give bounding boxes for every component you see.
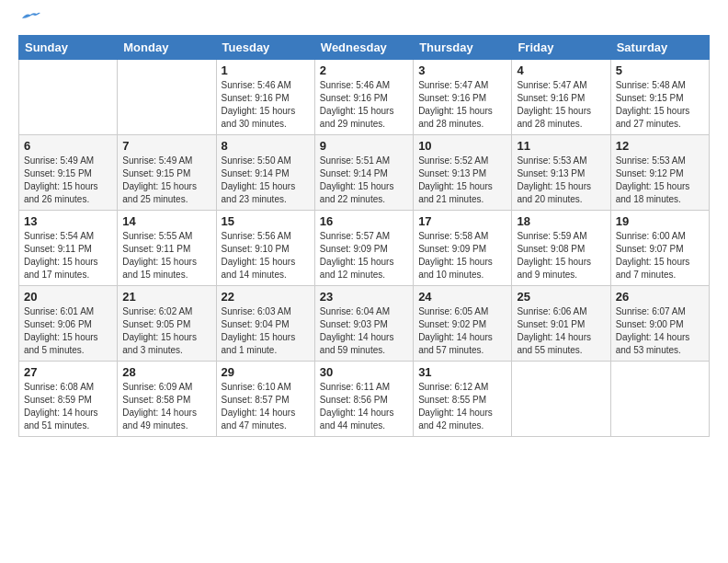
cell-info: Sunrise: 6:02 AM Sunset: 9:05 PM Dayligh… — [122, 305, 210, 357]
cell-info: Sunrise: 5:47 AM Sunset: 9:16 PM Dayligh… — [517, 79, 605, 131]
calendar-week-row: 1Sunrise: 5:46 AM Sunset: 9:16 PM Daylig… — [19, 60, 710, 135]
calendar-cell: 16Sunrise: 5:57 AM Sunset: 9:09 PM Dayli… — [314, 211, 413, 286]
calendar-cell: 31Sunrise: 6:12 AM Sunset: 8:55 PM Dayli… — [414, 362, 512, 437]
calendar-cell: 5Sunrise: 5:48 AM Sunset: 9:15 PM Daylig… — [610, 60, 709, 135]
day-number: 22 — [222, 290, 310, 304]
calendar-cell: 21Sunrise: 6:02 AM Sunset: 9:05 PM Dayli… — [118, 286, 216, 362]
day-number: 2 — [320, 63, 408, 77]
cell-info: Sunrise: 5:47 AM Sunset: 9:16 PM Dayligh… — [418, 79, 506, 131]
day-number: 30 — [320, 365, 408, 379]
cell-info: Sunrise: 6:01 AM Sunset: 9:06 PM Dayligh… — [24, 305, 112, 357]
dow-header: Sunday — [19, 36, 118, 60]
cell-info: Sunrise: 5:57 AM Sunset: 9:09 PM Dayligh… — [320, 230, 408, 282]
dow-header: Thursday — [414, 36, 512, 60]
cell-info: Sunrise: 6:09 AM Sunset: 8:58 PM Dayligh… — [122, 381, 210, 432]
dow-header: Friday — [512, 36, 610, 60]
day-number: 31 — [418, 365, 506, 379]
cell-info: Sunrise: 5:53 AM Sunset: 9:12 PM Dayligh… — [616, 155, 704, 206]
cell-info: Sunrise: 5:48 AM Sunset: 9:15 PM Dayligh… — [616, 79, 704, 131]
cell-info: Sunrise: 6:11 AM Sunset: 8:56 PM Dayligh… — [320, 381, 408, 432]
calendar-cell: 13Sunrise: 5:54 AM Sunset: 9:11 PM Dayli… — [19, 211, 118, 286]
logo-bird-icon — [20, 11, 40, 26]
day-number: 14 — [122, 214, 210, 228]
day-number: 15 — [222, 214, 310, 228]
calendar-cell — [610, 362, 709, 437]
calendar-cell: 6Sunrise: 5:49 AM Sunset: 9:15 PM Daylig… — [19, 135, 118, 211]
calendar-cell: 20Sunrise: 6:01 AM Sunset: 9:06 PM Dayli… — [19, 286, 118, 362]
day-number: 18 — [517, 214, 605, 228]
calendar-cell: 19Sunrise: 6:00 AM Sunset: 9:07 PM Dayli… — [610, 211, 709, 286]
day-number: 6 — [24, 139, 112, 153]
cell-info: Sunrise: 5:58 AM Sunset: 9:09 PM Dayligh… — [418, 230, 506, 282]
day-number: 21 — [122, 290, 210, 304]
calendar-table: SundayMondayTuesdayWednesdayThursdayFrid… — [18, 35, 710, 437]
cell-info: Sunrise: 6:10 AM Sunset: 8:57 PM Dayligh… — [222, 381, 310, 432]
calendar-cell: 4Sunrise: 5:47 AM Sunset: 9:16 PM Daylig… — [512, 60, 610, 135]
days-of-week-row: SundayMondayTuesdayWednesdayThursdayFrid… — [19, 36, 710, 60]
dow-header: Tuesday — [216, 36, 314, 60]
cell-info: Sunrise: 5:49 AM Sunset: 9:15 PM Dayligh… — [122, 155, 210, 206]
day-number: 1 — [222, 63, 310, 77]
cell-info: Sunrise: 6:04 AM Sunset: 9:03 PM Dayligh… — [320, 305, 408, 357]
day-number: 12 — [616, 139, 704, 153]
calendar-cell: 25Sunrise: 6:06 AM Sunset: 9:01 PM Dayli… — [512, 286, 610, 362]
calendar-cell: 30Sunrise: 6:11 AM Sunset: 8:56 PM Dayli… — [314, 362, 413, 437]
calendar-cell: 15Sunrise: 5:56 AM Sunset: 9:10 PM Dayli… — [216, 211, 314, 286]
cell-info: Sunrise: 5:46 AM Sunset: 9:16 PM Dayligh… — [222, 79, 310, 131]
cell-info: Sunrise: 5:52 AM Sunset: 9:13 PM Dayligh… — [418, 155, 506, 206]
calendar-cell — [118, 60, 216, 135]
calendar-cell: 29Sunrise: 6:10 AM Sunset: 8:57 PM Dayli… — [216, 362, 314, 437]
cell-info: Sunrise: 5:55 AM Sunset: 9:11 PM Dayligh… — [122, 230, 210, 282]
cell-info: Sunrise: 6:08 AM Sunset: 8:59 PM Dayligh… — [24, 381, 112, 432]
day-number: 29 — [222, 365, 310, 379]
day-number: 10 — [418, 139, 506, 153]
calendar-cell: 3Sunrise: 5:47 AM Sunset: 9:16 PM Daylig… — [414, 60, 512, 135]
cell-info: Sunrise: 6:12 AM Sunset: 8:55 PM Dayligh… — [418, 381, 506, 432]
calendar-cell: 10Sunrise: 5:52 AM Sunset: 9:13 PM Dayli… — [414, 135, 512, 211]
calendar-cell: 28Sunrise: 6:09 AM Sunset: 8:58 PM Dayli… — [118, 362, 216, 437]
day-number: 19 — [616, 214, 704, 228]
dow-header: Wednesday — [314, 36, 413, 60]
cell-info: Sunrise: 6:07 AM Sunset: 9:00 PM Dayligh… — [616, 305, 704, 357]
calendar-cell — [512, 362, 610, 437]
day-number: 11 — [517, 139, 605, 153]
calendar-cell: 12Sunrise: 5:53 AM Sunset: 9:12 PM Dayli… — [610, 135, 709, 211]
day-number: 23 — [320, 290, 408, 304]
calendar-cell: 18Sunrise: 5:59 AM Sunset: 9:08 PM Dayli… — [512, 211, 610, 286]
cell-info: Sunrise: 5:53 AM Sunset: 9:13 PM Dayligh… — [517, 155, 605, 206]
day-number: 13 — [24, 214, 112, 228]
dow-header: Monday — [118, 36, 216, 60]
day-number: 28 — [122, 365, 210, 379]
day-number: 4 — [517, 63, 605, 77]
day-number: 9 — [320, 139, 408, 153]
day-number: 26 — [616, 290, 704, 304]
day-number: 8 — [222, 139, 310, 153]
day-number: 16 — [320, 214, 408, 228]
cell-info: Sunrise: 5:46 AM Sunset: 9:16 PM Dayligh… — [320, 79, 408, 131]
logo — [18, 18, 40, 26]
calendar-cell: 27Sunrise: 6:08 AM Sunset: 8:59 PM Dayli… — [19, 362, 118, 437]
page-header — [18, 18, 710, 26]
cell-info: Sunrise: 5:59 AM Sunset: 9:08 PM Dayligh… — [517, 230, 605, 282]
calendar-cell: 7Sunrise: 5:49 AM Sunset: 9:15 PM Daylig… — [118, 135, 216, 211]
day-number: 24 — [418, 290, 506, 304]
calendar-week-row: 13Sunrise: 5:54 AM Sunset: 9:11 PM Dayli… — [19, 211, 710, 286]
cell-info: Sunrise: 5:49 AM Sunset: 9:15 PM Dayligh… — [24, 155, 112, 206]
calendar-cell: 17Sunrise: 5:58 AM Sunset: 9:09 PM Dayli… — [414, 211, 512, 286]
day-number: 5 — [616, 63, 704, 77]
cell-info: Sunrise: 6:06 AM Sunset: 9:01 PM Dayligh… — [517, 305, 605, 357]
cell-info: Sunrise: 5:50 AM Sunset: 9:14 PM Dayligh… — [222, 155, 310, 206]
calendar-cell — [19, 60, 118, 135]
day-number: 17 — [418, 214, 506, 228]
calendar-body: 1Sunrise: 5:46 AM Sunset: 9:16 PM Daylig… — [19, 60, 710, 437]
calendar-cell: 2Sunrise: 5:46 AM Sunset: 9:16 PM Daylig… — [314, 60, 413, 135]
cell-info: Sunrise: 5:56 AM Sunset: 9:10 PM Dayligh… — [222, 230, 310, 282]
calendar-cell: 1Sunrise: 5:46 AM Sunset: 9:16 PM Daylig… — [216, 60, 314, 135]
day-number: 3 — [418, 63, 506, 77]
calendar-cell: 14Sunrise: 5:55 AM Sunset: 9:11 PM Dayli… — [118, 211, 216, 286]
calendar-cell: 9Sunrise: 5:51 AM Sunset: 9:14 PM Daylig… — [314, 135, 413, 211]
cell-info: Sunrise: 6:00 AM Sunset: 9:07 PM Dayligh… — [616, 230, 704, 282]
calendar-cell: 8Sunrise: 5:50 AM Sunset: 9:14 PM Daylig… — [216, 135, 314, 211]
day-number: 7 — [122, 139, 210, 153]
day-number: 25 — [517, 290, 605, 304]
